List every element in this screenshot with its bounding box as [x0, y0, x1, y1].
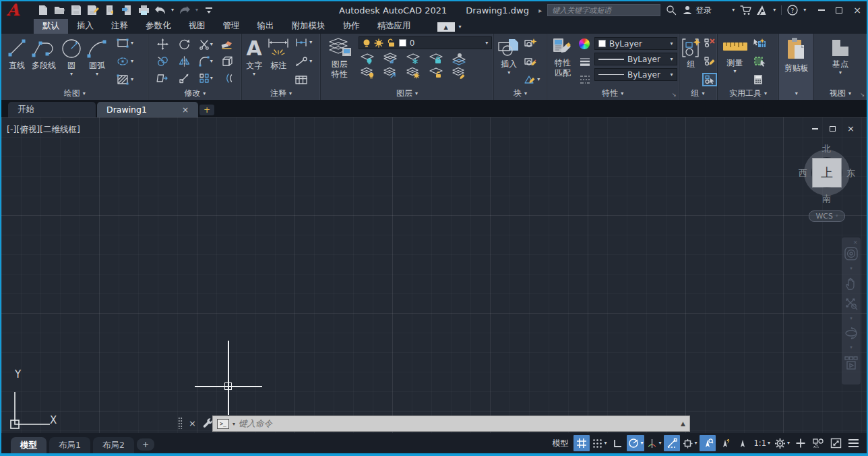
viewport-controls[interactable]: [-][俯视][二维线框]: [7, 124, 80, 136]
leader-caret[interactable]: ▾: [309, 59, 312, 64]
insert-block-button[interactable]: 插入 ▾: [497, 36, 520, 87]
object-snap-toggle[interactable]: ▾: [681, 435, 698, 451]
fullscreen-toggle[interactable]: [828, 435, 844, 451]
save-to-web-icon[interactable]: [121, 4, 133, 16]
layer-match-icon[interactable]: [452, 67, 466, 79]
panel-label-layers[interactable]: 图层▾: [321, 87, 493, 100]
autodesk-a-icon[interactable]: [757, 5, 768, 15]
panel-label-view[interactable]: 视图▾ ↘: [814, 87, 867, 100]
circle-button[interactable]: 圆 ▾: [61, 36, 82, 87]
model-space-toggle[interactable]: 模型: [548, 438, 572, 449]
lineweight-caret[interactable]: ▾: [671, 57, 673, 62]
view-dialog-launcher[interactable]: ↘: [860, 92, 865, 98]
object-color-select[interactable]: ByLayer ▾: [594, 37, 677, 50]
help-caret[interactable]: ▾: [803, 7, 806, 13]
polar-tracking-toggle[interactable]: ▾: [627, 435, 644, 451]
tab-addins[interactable]: 附加模块: [283, 18, 334, 34]
command-prompt-icon[interactable]: >_: [217, 419, 229, 429]
command-close-icon[interactable]: ×: [189, 418, 196, 428]
linetype-caret[interactable]: ▾: [671, 72, 673, 78]
zoom-icon[interactable]: [844, 297, 858, 310]
pan-icon[interactable]: [845, 277, 857, 291]
arc-caret[interactable]: ▾: [96, 72, 98, 77]
search-input[interactable]: [547, 4, 660, 16]
layer-properties-button[interactable]: 图层特性: [325, 36, 354, 87]
arc-button[interactable]: 圆弧 ▾: [86, 36, 108, 87]
block-editor-icon[interactable]: [524, 74, 536, 85]
text-button[interactable]: A 文字 ▾: [246, 36, 262, 87]
wcs-menu-button[interactable]: WCS ▾: [809, 210, 845, 222]
text-caret[interactable]: ▾: [253, 72, 255, 77]
insert-caret[interactable]: ▾: [507, 70, 510, 76]
new-drawing-tab-button[interactable]: +: [199, 105, 214, 115]
layer-make-current-icon[interactable]: [452, 53, 466, 65]
layer-off-icon[interactable]: [360, 53, 375, 65]
tab-output[interactable]: 输出: [249, 18, 283, 34]
command-line-bar[interactable]: >_ ▾ ▲: [212, 416, 690, 432]
base-view-caret[interactable]: ▾: [839, 70, 842, 76]
linear-dimension-caret[interactable]: ▾: [309, 40, 312, 45]
viewcube-west[interactable]: 西: [799, 167, 807, 179]
create-block-icon[interactable]: [524, 38, 537, 49]
edit-attributes-icon[interactable]: [524, 56, 537, 67]
object-color-caret[interactable]: ▾: [671, 41, 673, 47]
leader-icon[interactable]: [294, 57, 308, 66]
viewcube-south[interactable]: 南: [822, 193, 831, 205]
annotation-autoscale-toggle[interactable]: [717, 435, 733, 451]
plot-icon[interactable]: [137, 4, 150, 16]
redo-caret[interactable]: ▾: [195, 7, 198, 13]
rectangle-icon[interactable]: [116, 38, 129, 49]
tab-manage[interactable]: 管理: [214, 18, 249, 34]
hatch-icon[interactable]: [116, 74, 129, 85]
save-as-icon[interactable]: [87, 4, 99, 16]
snap-toggle[interactable]: ▾: [591, 435, 608, 451]
annotation-monitor-toggle[interactable]: [793, 435, 809, 451]
signin-caret[interactable]: ▾: [732, 7, 735, 13]
circle-caret[interactable]: ▾: [70, 72, 73, 77]
command-customize-wrench-icon[interactable]: [202, 418, 212, 428]
panel-label-groups[interactable]: 组▾: [679, 87, 717, 100]
ellipse-caret[interactable]: ▾: [131, 59, 133, 64]
customization-menu[interactable]: [845, 435, 861, 451]
group-selection-toggle[interactable]: [704, 74, 716, 85]
viewcube-north[interactable]: 北: [822, 143, 831, 155]
file-tab-drawing1[interactable]: Drawing1 ×: [97, 102, 198, 117]
offset-icon[interactable]: [222, 73, 232, 84]
linear-dimension-icon[interactable]: [294, 38, 308, 47]
tab-parametric[interactable]: 参数化: [137, 18, 180, 34]
layer-select-caret[interactable]: ▾: [485, 40, 488, 46]
quick-calculator-icon[interactable]: [753, 74, 766, 85]
table-icon[interactable]: [294, 75, 308, 85]
minimize-button[interactable]: [818, 9, 825, 11]
lineweight-icon[interactable]: [579, 57, 591, 67]
panel-label-annotation[interactable]: 注释▾: [242, 87, 320, 100]
object-snap-caret[interactable]: ▾: [694, 440, 697, 446]
lineweight-select[interactable]: ByLayer ▾: [594, 53, 677, 65]
autocad-logo[interactable]: A: [1, 1, 24, 19]
layout-tab-layout1[interactable]: 布局1: [49, 437, 90, 453]
layer-turn-on-icon[interactable]: [360, 67, 375, 79]
linetype-icon[interactable]: [579, 75, 591, 84]
qat-menu-icon[interactable]: [203, 4, 215, 16]
panel-label-draw[interactable]: 绘图▾: [1, 87, 148, 100]
undo-icon[interactable]: [154, 4, 166, 16]
rotate-icon[interactable]: [179, 38, 190, 50]
ungroup-icon[interactable]: [704, 38, 716, 48]
snap-caret[interactable]: ▾: [604, 440, 607, 446]
ortho-toggle[interactable]: [609, 435, 625, 451]
layer-lock-icon[interactable]: [429, 53, 443, 65]
save-icon[interactable]: [70, 4, 82, 16]
tab-featured-apps[interactable]: 精选应用: [369, 18, 420, 34]
workspace-switching-gear[interactable]: ▾: [773, 435, 791, 451]
select-objects-icon[interactable]: [753, 56, 766, 67]
layer-isolate-icon[interactable]: [383, 53, 398, 65]
measure-caret[interactable]: ▾: [734, 69, 737, 74]
zoom-caret[interactable]: ▾: [850, 316, 852, 321]
layer-unisolate-icon[interactable]: [383, 67, 398, 79]
undo-caret[interactable]: ▾: [171, 7, 174, 13]
open-folder-icon[interactable]: [53, 4, 65, 16]
search-expand-icon[interactable]: ▸: [538, 7, 542, 14]
measure-button[interactable]: 测量 ▾: [722, 36, 749, 87]
viewcube-east[interactable]: 东: [846, 167, 855, 179]
move-icon[interactable]: [157, 38, 168, 50]
